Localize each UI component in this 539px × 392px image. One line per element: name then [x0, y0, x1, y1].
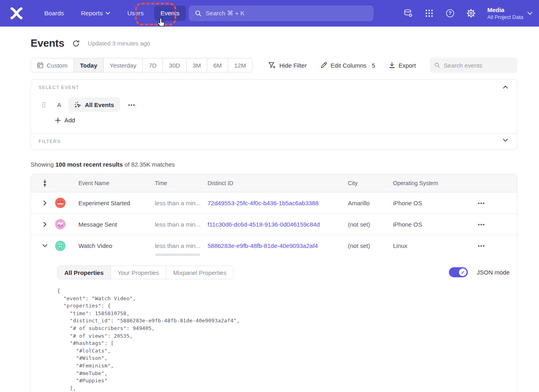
expand-row-button[interactable] — [39, 219, 50, 230]
select-event-label: SELECT EVENT — [39, 85, 79, 90]
os-cell: Linux — [393, 242, 475, 249]
results-suffix: of 82.35K matches — [123, 161, 175, 168]
query-builder-card: SELECT EVENT A — [31, 79, 517, 150]
row-more-button[interactable]: ••• — [475, 198, 488, 208]
json-mode-label: JSON mode — [477, 269, 510, 276]
cursor-hand-icon — [156, 18, 165, 27]
sort-time-button[interactable] — [39, 177, 50, 189]
distinct-id-link[interactable]: 5886283e-e9fb-48fb-81de-40e9093a2af4 — [208, 242, 348, 249]
results-highlight: 100 most recent results — [56, 161, 123, 168]
global-search-input[interactable] — [206, 10, 367, 17]
row-more-button[interactable]: ••• — [475, 219, 488, 230]
time-cell: less than a min... — [155, 221, 208, 228]
hide-filter-button[interactable]: Hide Filter — [268, 62, 307, 69]
refresh-icon — [72, 40, 80, 47]
export-button[interactable]: Export — [389, 62, 416, 69]
event-row-more-button[interactable]: ••• — [126, 99, 138, 110]
export-label: Export — [399, 62, 416, 69]
add-event-button[interactable]: Add — [55, 117, 75, 124]
nav-item-reports[interactable]: Reports — [74, 6, 117, 21]
row-more-button[interactable]: ••• — [475, 240, 488, 251]
date-option-7d[interactable]: 7D — [143, 58, 163, 72]
avatar-face-icon — [55, 219, 66, 229]
table-row-expanded[interactable]: Watch Video less than a min... 5886283e-… — [31, 235, 517, 256]
city-cell: Amarillo — [348, 200, 393, 206]
event-avatar — [55, 198, 66, 208]
results-summary: Showing 100 most recent results of 82.35… — [31, 161, 175, 168]
column-header-time[interactable]: Time — [155, 180, 208, 186]
distinct-id-link[interactable]: 72d49553-25fc-4f0c-b436-1b5ac6ab3388 — [208, 200, 348, 206]
drag-handle-icon[interactable] — [42, 102, 46, 108]
apps-grid-icon[interactable] — [424, 8, 434, 18]
date-option-30d[interactable]: 30D — [163, 58, 187, 72]
column-header-distinct-id[interactable]: Distinct ID — [208, 180, 348, 186]
horizontal-scrollbar-thumb[interactable] — [155, 254, 200, 256]
plus-icon — [55, 118, 61, 123]
chevron-down-icon — [527, 12, 533, 15]
chevron-down-icon — [105, 12, 110, 15]
tab-mixpanel-properties[interactable]: Mixpanel Properties — [166, 266, 233, 279]
date-option-yesterday[interactable]: Yesterday — [104, 58, 143, 72]
data-management-icon[interactable] — [403, 8, 413, 18]
tab-your-properties[interactable]: Your Properties — [111, 266, 167, 279]
events-search — [430, 58, 517, 73]
distinct-id-link[interactable]: f11c30d6-dc6d-4518-9136-0d046159c84d — [208, 221, 348, 228]
events-page: Boards Reports Users Events — [0, 0, 539, 392]
column-header-os[interactable]: Operating System — [393, 180, 475, 186]
json-mode-control: ✓ JSON mode — [449, 267, 510, 277]
collapse-row-button[interactable] — [39, 240, 50, 252]
expand-row-button[interactable] — [39, 197, 50, 208]
svg-text:?: ? — [449, 10, 452, 16]
event-json-viewer[interactable]: { "event": "Watch Video", "properties": … — [57, 287, 240, 392]
controls-row: Custom Today Yesterday 7D 30D 3M 6M 12M … — [31, 58, 517, 73]
tab-all-properties[interactable]: All Properties — [58, 266, 111, 279]
properties-tabs: All Properties Your Properties Mixpanel … — [57, 266, 234, 279]
event-avatar — [55, 241, 66, 251]
os-cell: iPhone OS — [393, 200, 475, 206]
table-row[interactable]: Message Sent less than a min... f11c30d6… — [31, 214, 517, 235]
project-scope: All Project Data — [487, 14, 523, 21]
event-query-row: A All Events ••• — [31, 97, 517, 113]
date-option-6m[interactable]: 6M — [207, 58, 228, 72]
column-header-city[interactable]: City — [348, 180, 393, 186]
events-search-input[interactable] — [444, 62, 512, 69]
pencil-icon — [321, 62, 327, 68]
mixpanel-logo-icon[interactable] — [10, 6, 23, 20]
time-cell: less than a min... — [155, 200, 208, 206]
nav-utilities: ? Media All Project Data — [403, 0, 533, 27]
add-event-label: Add — [64, 117, 75, 124]
time-cell: less than a min... — [155, 242, 208, 249]
sparkle-cursor-icon — [74, 101, 81, 108]
nav-item-boards[interactable]: Boards — [38, 6, 70, 21]
date-option-12m[interactable]: 12M — [228, 58, 252, 72]
page-header: Events Updated 3 minutes ago — [31, 37, 150, 50]
project-switcher[interactable]: Media All Project Data — [487, 6, 533, 21]
top-nav: Boards Reports Users Events — [0, 0, 539, 27]
date-range-picker: Custom Today Yesterday 7D 30D 3M 6M 12M — [31, 58, 253, 72]
help-icon[interactable]: ? — [445, 8, 455, 18]
settings-gear-icon[interactable] — [466, 8, 476, 18]
avatar-face-icon — [55, 241, 66, 251]
collapse-select-event-button[interactable] — [501, 84, 510, 91]
os-cell: iPhone OS — [393, 221, 475, 228]
json-mode-toggle[interactable]: ✓ — [449, 267, 468, 277]
selected-event-label: All Events — [85, 101, 114, 108]
date-option-3m[interactable]: 3M — [187, 58, 208, 72]
chevron-up-icon — [503, 85, 508, 89]
date-option-today[interactable]: Today — [74, 58, 104, 72]
project-name: Media — [487, 6, 523, 14]
column-header-event-name[interactable]: Event Name — [78, 180, 155, 186]
search-icon — [195, 10, 202, 17]
nav-item-reports-label: Reports — [81, 10, 103, 17]
avatar-face-icon — [55, 198, 66, 208]
date-option-custom[interactable]: Custom — [31, 58, 74, 72]
refresh-button[interactable] — [72, 39, 80, 48]
table-row[interactable]: Experiment Started less than a min... 72… — [31, 192, 517, 214]
event-name-cell: Experiment Started — [78, 200, 155, 206]
table-header-row: Event Name Time Distinct ID City Operati… — [31, 174, 517, 192]
expand-filters-button[interactable] — [501, 137, 510, 144]
filters-label: FILTERS — [39, 139, 61, 144]
nav-item-users[interactable]: Users — [121, 6, 150, 21]
edit-columns-button[interactable]: Edit Columns · 5 — [321, 62, 375, 69]
event-selector-chip[interactable]: All Events — [68, 97, 120, 112]
